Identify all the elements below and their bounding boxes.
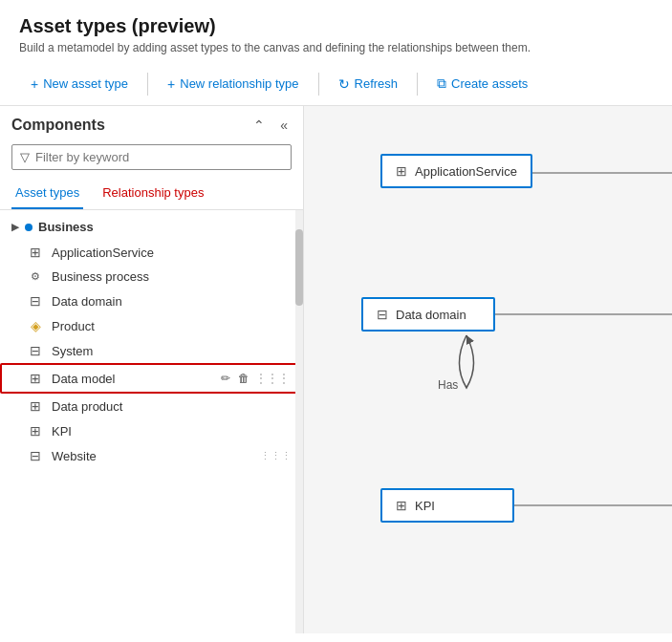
search-box[interactable]: ▽	[11, 144, 292, 170]
page-subtitle: Build a metamodel by adding asset types …	[19, 41, 653, 54]
new-asset-type-label: New asset type	[43, 76, 128, 91]
group-color-dot	[25, 224, 33, 231]
business-process-icon: ⚙	[27, 270, 44, 283]
toolbar: + New asset type + New relationship type…	[0, 62, 672, 106]
refresh-button[interactable]: ↻ Refresh	[327, 71, 410, 97]
canvas-node-data-domain[interactable]: ⊟ Data domain	[361, 297, 495, 332]
node-app-service-label: ApplicationService	[415, 164, 517, 179]
create-assets-icon: ⧉	[437, 75, 446, 92]
plus-icon: +	[31, 76, 38, 92]
list-item[interactable]: ⊞ ApplicationService	[0, 240, 303, 265]
sidebar-controls: ⌃ «	[249, 116, 292, 135]
list-item[interactable]: ⊞ Data product	[0, 394, 303, 418]
canvas-area: ⊞ ApplicationService ⊟ Data domain Has ⊞…	[304, 106, 672, 633]
node-data-domain-label: Data domain	[396, 308, 466, 322]
scrollbar-thumb[interactable]	[295, 229, 303, 306]
product-icon: ◈	[27, 318, 44, 333]
drag-handle-icon: ⋮⋮⋮	[260, 450, 292, 462]
system-icon: ⊟	[27, 343, 44, 358]
list-item-selected[interactable]: ⊞ Data model ✏ 🗑 ⋮⋮⋮	[0, 363, 303, 394]
list-item[interactable]: ⚙ Business process	[0, 265, 303, 289]
search-input[interactable]	[35, 150, 283, 164]
page-title: Asset types (preview)	[19, 15, 653, 37]
group-label: Business	[38, 220, 94, 234]
item-actions: ✏ 🗑 ⋮⋮⋮	[219, 370, 290, 387]
tab-asset-types[interactable]: Asset types	[11, 178, 83, 209]
refresh-label: Refresh	[355, 76, 399, 91]
canvas-label-has: Has	[438, 378, 458, 392]
main-content: Components ⌃ « ▽ Asset types Relationshi…	[0, 106, 672, 633]
new-relationship-type-label: New relationship type	[180, 76, 298, 91]
delete-item-button[interactable]: 🗑	[236, 370, 251, 387]
node-kpi-icon: ⊞	[396, 498, 407, 513]
collapse-left-button[interactable]: «	[276, 116, 292, 135]
canvas-node-kpi[interactable]: ⊞ KPI	[380, 488, 514, 523]
list-item[interactable]: ⊟ Data domain	[0, 289, 303, 313]
refresh-icon: ↻	[338, 76, 350, 92]
toolbar-divider-3	[417, 73, 418, 96]
data-product-icon: ⊞	[27, 398, 44, 414]
header: Asset types (preview) Build a metamodel …	[0, 0, 672, 106]
data-domain-icon: ⊟	[27, 293, 44, 309]
toolbar-divider-2	[318, 73, 319, 96]
kpi-icon: ⊞	[27, 423, 44, 439]
group-business[interactable]: ▶ Business	[0, 214, 303, 240]
sidebar: Components ⌃ « ▽ Asset types Relationshi…	[0, 106, 304, 633]
create-assets-label: Create assets	[451, 76, 528, 91]
create-assets-button[interactable]: ⧉ Create assets	[425, 70, 539, 97]
website-icon: ⊟	[27, 448, 44, 463]
node-data-domain-icon: ⊟	[377, 307, 388, 322]
plus-icon-2: +	[167, 76, 175, 92]
node-app-service-icon: ⊞	[396, 163, 407, 179]
chevron-down-icon: ▶	[11, 222, 19, 232]
filter-icon: ▽	[20, 150, 30, 164]
drag-handle-icon: ⋮⋮⋮	[255, 372, 290, 385]
sidebar-header: Components ⌃ «	[0, 106, 303, 144]
new-asset-type-button[interactable]: + New asset type	[19, 71, 140, 97]
asset-tree: ▶ Business ⊞ ApplicationService ⚙ Busine…	[0, 210, 303, 633]
list-item[interactable]: ◈ Product	[0, 313, 303, 338]
data-model-icon: ⊞	[27, 371, 44, 386]
sidebar-title: Components	[11, 117, 105, 134]
scrollbar-track	[295, 210, 303, 633]
tab-relationship-types[interactable]: Relationship types	[98, 178, 207, 209]
new-relationship-type-button[interactable]: + New relationship type	[156, 71, 310, 97]
toolbar-divider-1	[147, 73, 148, 96]
application-service-icon: ⊞	[27, 245, 44, 260]
tab-bar: Asset types Relationship types	[0, 178, 303, 210]
node-kpi-label: KPI	[415, 499, 435, 513]
list-item[interactable]: ⊟ System	[0, 338, 303, 363]
edit-item-button[interactable]: ✏	[219, 370, 232, 387]
list-item[interactable]: ⊟ Website ⋮⋮⋮	[0, 443, 303, 468]
canvas-node-application-service[interactable]: ⊞ ApplicationService	[380, 154, 532, 188]
list-item[interactable]: ⊞ KPI	[0, 418, 303, 443]
collapse-up-button[interactable]: ⌃	[249, 116, 269, 135]
